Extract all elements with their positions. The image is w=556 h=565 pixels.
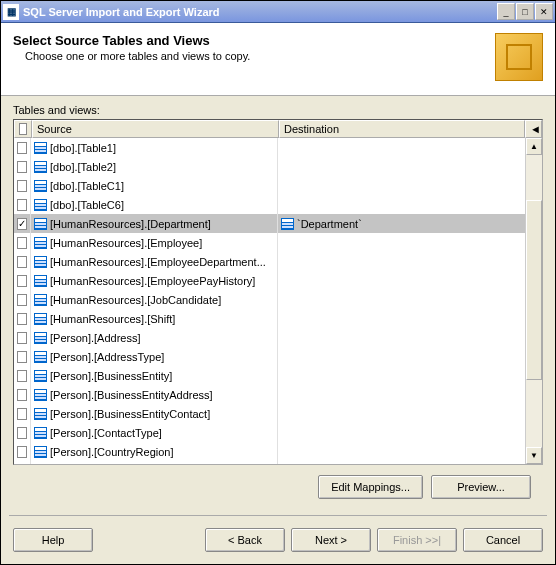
table-row[interactable]: [HumanResources].[EmployeePayHistory]	[14, 271, 525, 290]
close-button[interactable]: ✕	[535, 3, 553, 20]
source-text: [dbo].[Table2]	[50, 161, 116, 173]
column-header-destination[interactable]: Destination	[279, 120, 525, 138]
finish-button[interactable]: Finish >>|	[377, 528, 457, 552]
help-button[interactable]: Help	[13, 528, 93, 552]
row-checkbox[interactable]	[14, 309, 31, 328]
vertical-scrollbar[interactable]: ▲ ▼	[525, 138, 542, 464]
source-cell[interactable]: [dbo].[TableC6]	[31, 195, 278, 214]
destination-cell[interactable]	[278, 252, 525, 271]
table-row[interactable]: [Person].[BusinessEntityContact]	[14, 404, 525, 423]
table-row[interactable]: [dbo].[Table1]	[14, 138, 525, 157]
destination-cell[interactable]	[278, 309, 525, 328]
destination-cell[interactable]	[278, 176, 525, 195]
source-cell[interactable]: [Person].[CountryRegion]	[31, 442, 278, 461]
source-cell[interactable]: [Person].[BusinessEntity]	[31, 366, 278, 385]
row-checkbox[interactable]	[14, 328, 31, 347]
table-row[interactable]: [HumanResources].[EmployeeDepartment...	[14, 252, 525, 271]
table-row[interactable]: [HumanResources].[Shift]	[14, 309, 525, 328]
table-icon	[34, 408, 47, 420]
destination-cell[interactable]	[278, 385, 525, 404]
source-cell[interactable]: [Person].[BusinessEntityAddress]	[31, 385, 278, 404]
destination-cell[interactable]: `Department`	[278, 214, 525, 233]
select-all-checkbox[interactable]	[14, 120, 32, 138]
table-row[interactable]: [Person].[BusinessEntity]	[14, 366, 525, 385]
column-header-scroll-corner: ◄	[525, 120, 542, 138]
row-checkbox[interactable]	[14, 233, 31, 252]
preview-button[interactable]: Preview...	[431, 475, 531, 499]
destination-cell[interactable]	[278, 138, 525, 157]
scroll-up-button[interactable]: ▲	[526, 138, 542, 155]
row-checkbox[interactable]	[14, 366, 31, 385]
table-icon	[34, 446, 47, 458]
source-cell[interactable]: [dbo].[TableC1]	[31, 176, 278, 195]
table-icon	[34, 427, 47, 439]
destination-cell[interactable]	[278, 290, 525, 309]
table-row[interactable]: [Person].[BusinessEntityAddress]	[14, 385, 525, 404]
table-row[interactable]: [HumanResources].[Department]`Department…	[14, 214, 525, 233]
source-cell[interactable]: [HumanResources].[Department]	[31, 214, 278, 233]
back-button[interactable]: < Back	[205, 528, 285, 552]
source-text: [dbo].[TableC1]	[50, 180, 124, 192]
row-checkbox[interactable]	[14, 252, 31, 271]
source-cell[interactable]: [Person].[EmailAddress]	[31, 461, 278, 464]
destination-cell[interactable]	[278, 271, 525, 290]
destination-cell[interactable]	[278, 157, 525, 176]
row-checkbox[interactable]	[14, 157, 31, 176]
cancel-button[interactable]: Cancel	[463, 528, 543, 552]
table-row[interactable]: [dbo].[TableC6]	[14, 195, 525, 214]
column-header-source[interactable]: Source	[32, 120, 279, 138]
destination-cell[interactable]	[278, 442, 525, 461]
table-row[interactable]: [dbo].[TableC1]	[14, 176, 525, 195]
destination-cell[interactable]	[278, 328, 525, 347]
table-row[interactable]: [Person].[AddressType]	[14, 347, 525, 366]
minimize-button[interactable]: _	[497, 3, 515, 20]
next-button[interactable]: Next >	[291, 528, 371, 552]
row-checkbox[interactable]	[14, 385, 31, 404]
source-cell[interactable]: [HumanResources].[Shift]	[31, 309, 278, 328]
edit-mappings-button[interactable]: Edit Mappings...	[318, 475, 423, 499]
source-text: [Person].[AddressType]	[50, 351, 164, 363]
row-checkbox[interactable]	[14, 461, 31, 464]
table-row[interactable]: [Person].[Address]	[14, 328, 525, 347]
destination-cell[interactable]	[278, 423, 525, 442]
row-checkbox[interactable]	[14, 176, 31, 195]
source-cell[interactable]: [HumanResources].[JobCandidate]	[31, 290, 278, 309]
destination-cell[interactable]	[278, 195, 525, 214]
destination-cell[interactable]	[278, 347, 525, 366]
source-cell[interactable]: [HumanResources].[EmployeePayHistory]	[31, 271, 278, 290]
row-checkbox[interactable]	[14, 195, 31, 214]
row-checkbox[interactable]	[14, 214, 31, 233]
destination-cell[interactable]	[278, 366, 525, 385]
row-checkbox[interactable]	[14, 347, 31, 366]
row-checkbox[interactable]	[14, 138, 31, 157]
source-cell[interactable]: [Person].[BusinessEntityContact]	[31, 404, 278, 423]
source-cell[interactable]: [dbo].[Table2]	[31, 157, 278, 176]
table-row[interactable]: [Person].[CountryRegion]	[14, 442, 525, 461]
scroll-down-button[interactable]: ▼	[526, 447, 542, 464]
destination-text: `Department`	[297, 218, 362, 230]
maximize-button[interactable]: □	[516, 3, 534, 20]
scroll-thumb[interactable]	[526, 200, 542, 380]
table-row[interactable]: [HumanResources].[JobCandidate]	[14, 290, 525, 309]
table-row[interactable]: [Person].[EmailAddress]	[14, 461, 525, 464]
table-row[interactable]: [dbo].[Table2]	[14, 157, 525, 176]
source-cell[interactable]: [dbo].[Table1]	[31, 138, 278, 157]
source-cell[interactable]: [Person].[ContactType]	[31, 423, 278, 442]
titlebar[interactable]: ▦ SQL Server Import and Export Wizard _ …	[1, 1, 555, 23]
source-text: [HumanResources].[EmployeeDepartment...	[50, 256, 266, 268]
row-checkbox[interactable]	[14, 442, 31, 461]
table-row[interactable]: [HumanResources].[Employee]	[14, 233, 525, 252]
destination-cell[interactable]	[278, 233, 525, 252]
table-row[interactable]: [Person].[ContactType]	[14, 423, 525, 442]
source-cell[interactable]: [Person].[AddressType]	[31, 347, 278, 366]
row-checkbox[interactable]	[14, 271, 31, 290]
row-checkbox[interactable]	[14, 290, 31, 309]
row-checkbox[interactable]	[14, 404, 31, 423]
source-cell[interactable]: [HumanResources].[Employee]	[31, 233, 278, 252]
row-checkbox[interactable]	[14, 423, 31, 442]
destination-cell[interactable]	[278, 404, 525, 423]
scroll-track[interactable]	[526, 155, 542, 447]
source-cell[interactable]: [HumanResources].[EmployeeDepartment...	[31, 252, 278, 271]
destination-cell[interactable]	[278, 461, 525, 464]
source-cell[interactable]: [Person].[Address]	[31, 328, 278, 347]
